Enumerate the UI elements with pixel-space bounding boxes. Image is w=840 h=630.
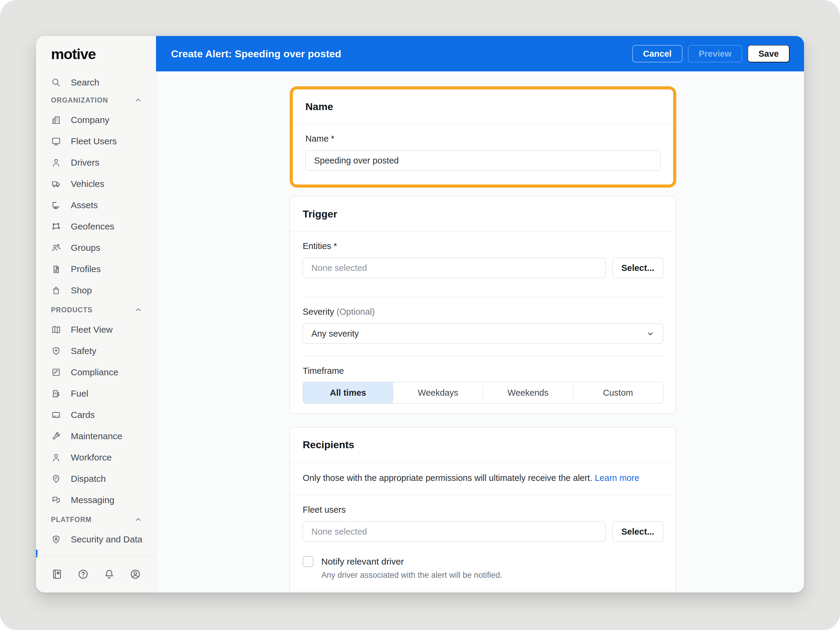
sidebar-item-groups[interactable]: Groups — [36, 237, 156, 258]
sidebar-item-label: Company — [71, 115, 109, 125]
severity-select[interactable]: Any severity — [303, 324, 663, 344]
sidebar-item-security-and-data[interactable]: Security and Data — [36, 529, 156, 550]
timeframe-option-weekdays[interactable]: Weekdays — [393, 382, 483, 403]
sidebar: motive Search ORGANIZATIONCompanyFleet U… — [36, 36, 156, 592]
chat-icon — [51, 495, 61, 505]
compliance-icon — [51, 367, 61, 377]
company-icon — [51, 115, 61, 125]
sidebar-item-safety[interactable]: Safety — [36, 340, 156, 362]
shield-icon — [51, 346, 61, 356]
fuel-pump-icon — [51, 388, 61, 399]
sidebar-item-label: Geofences — [71, 221, 114, 232]
person-icon — [51, 158, 61, 168]
motive-logo: motive — [51, 45, 156, 63]
sidebar-item-shop[interactable]: Shop — [36, 279, 156, 301]
main-content: Name Name* Trigger — [156, 71, 804, 592]
sidebar-item-messaging[interactable]: Messaging — [36, 489, 156, 511]
external-recipients-row: External recipients — [290, 592, 676, 592]
sidebar-item-fleet-users[interactable]: Fleet Users — [36, 131, 156, 152]
sidebar-item-label: Security and Data — [71, 534, 142, 545]
alert-name-input[interactable] — [305, 150, 661, 171]
name-field-label: Name* — [305, 134, 661, 144]
timeframe-option-custom[interactable]: Custom — [573, 382, 663, 403]
monitor-icon — [51, 136, 61, 147]
sidebar-item-label: Safety — [71, 346, 96, 356]
sidebar-item-fleet-view[interactable]: Fleet View — [36, 319, 156, 340]
sidebar-item-fuel[interactable]: Fuel — [36, 383, 156, 404]
sidebar-item-label: Shop — [71, 285, 92, 295]
page-background: motive Search ORGANIZATIONCompanyFleet U… — [0, 0, 840, 630]
sidebar-item-label: Groups — [71, 243, 100, 253]
cancel-button[interactable]: Cancel — [632, 45, 682, 62]
bell-icon-button[interactable] — [103, 568, 115, 580]
dispatch-pin-icon — [51, 474, 61, 484]
map-icon — [51, 325, 61, 335]
timeframe-option-all-times[interactable]: All times — [303, 382, 393, 403]
sidebar-item-label: Maintenance — [71, 431, 122, 441]
timeframe-option-weekends[interactable]: Weekends — [483, 382, 573, 403]
recipients-card: Recipients Only those with the appropria… — [290, 427, 676, 592]
help-icon — [77, 568, 89, 580]
sidebar-item-vehicles[interactable]: Vehicles — [36, 173, 156, 194]
page-header: Create Alert: Speeding over posted Cance… — [156, 36, 804, 71]
page-title: Create Alert: Speeding over posted — [171, 48, 632, 60]
fleet-users-input[interactable] — [303, 521, 606, 542]
divider — [293, 124, 673, 124]
sidebar-item-maintenance[interactable]: Maintenance — [36, 425, 156, 447]
divider — [303, 356, 663, 357]
sidebar-item-cards[interactable]: Cards — [36, 404, 156, 425]
sidebar-item-assets[interactable]: Assets — [36, 194, 156, 216]
preview-button[interactable]: Preview — [688, 45, 742, 62]
account-icon-button[interactable] — [129, 568, 141, 580]
section-label: ORGANIZATION — [51, 96, 108, 104]
sidebar-item-label: Cards — [71, 410, 95, 420]
trigger-card: Trigger Entities* Select... Severity (Op… — [290, 196, 676, 414]
credit-card-icon — [51, 410, 61, 420]
sidebar-item-dispatch[interactable]: Dispatch — [36, 468, 156, 489]
shield-lock-icon — [51, 534, 61, 545]
divider — [303, 297, 663, 297]
bell-icon — [103, 568, 115, 580]
chevron-up-icon — [134, 96, 143, 105]
help-icon-button[interactable] — [77, 568, 89, 580]
sidebar-item-label: Compliance — [71, 367, 118, 377]
guide-icon-button[interactable] — [51, 568, 63, 580]
severity-value: Any severity — [311, 329, 359, 339]
sidebar-item-company[interactable]: Company — [36, 109, 156, 131]
search-icon — [51, 77, 61, 88]
account-icon — [129, 568, 141, 580]
geofence-icon — [51, 221, 61, 232]
fleet-users-field-label: Fleet users — [303, 505, 663, 515]
sidebar-footer — [36, 556, 156, 592]
learn-more-link[interactable]: Learn more — [595, 473, 639, 483]
sidebar-item-label: Drivers — [71, 158, 99, 168]
sidebar-search[interactable]: Search — [36, 74, 156, 91]
sidebar-item-compliance[interactable]: Compliance — [36, 362, 156, 383]
sidebar-section-organization[interactable]: ORGANIZATION — [36, 91, 156, 109]
trigger-card-title: Trigger — [290, 197, 676, 231]
entities-input[interactable] — [303, 258, 606, 278]
name-card-title: Name — [293, 89, 673, 124]
profile-gear-icon — [51, 264, 61, 274]
header-actions: Cancel Preview Save — [632, 45, 789, 62]
chevron-up-icon — [134, 305, 143, 314]
sidebar-item-label: Fleet View — [71, 325, 113, 335]
save-button[interactable]: Save — [748, 45, 789, 62]
sidebar-item-workforce[interactable]: Workforce — [36, 447, 156, 468]
sidebar-item-drivers[interactable]: Drivers — [36, 152, 156, 173]
notify-driver-description: Any driver associated with the alert wil… — [321, 571, 502, 580]
sidebar-item-label: Messaging — [71, 495, 114, 505]
notify-relevant-driver-checkbox[interactable] — [303, 556, 314, 567]
severity-field-label: Severity (Optional) — [303, 307, 663, 317]
wrench-icon — [51, 431, 61, 441]
fleet-users-select-button[interactable]: Select... — [612, 521, 663, 542]
sidebar-item-label: Workforce — [71, 452, 112, 463]
required-marker: * — [331, 134, 334, 144]
truck-icon — [51, 179, 61, 189]
sidebar-item-profiles[interactable]: Profiles — [36, 258, 156, 279]
sidebar-item-geofences[interactable]: Geofences — [36, 216, 156, 237]
sidebar-section-products[interactable]: PRODUCTS — [36, 301, 156, 319]
entities-select-button[interactable]: Select... — [612, 258, 663, 278]
sidebar-section-platform[interactable]: PLATFORM — [36, 511, 156, 529]
section-label: PRODUCTS — [51, 306, 93, 314]
